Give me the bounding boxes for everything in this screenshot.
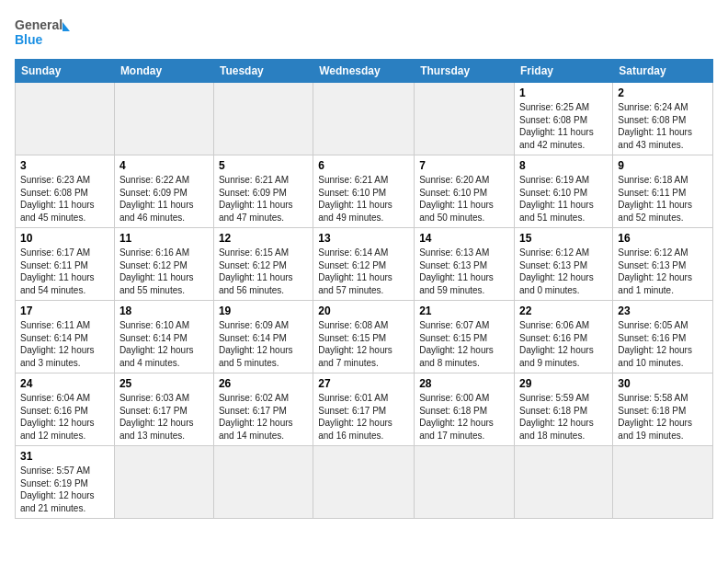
calendar-cell: 9Sunrise: 6:18 AM Sunset: 6:11 PM Daylig… bbox=[613, 155, 713, 228]
calendar-cell bbox=[213, 83, 313, 155]
calendar-cell: 31Sunrise: 5:57 AM Sunset: 6:19 PM Dayli… bbox=[16, 446, 115, 519]
calendar-cell: 27Sunrise: 6:01 AM Sunset: 6:17 PM Dayli… bbox=[313, 373, 415, 446]
calendar-cell: 24Sunrise: 6:04 AM Sunset: 6:16 PM Dayli… bbox=[16, 373, 115, 446]
weekday-header: Monday bbox=[114, 60, 213, 83]
calendar-cell: 25Sunrise: 6:03 AM Sunset: 6:17 PM Dayli… bbox=[114, 373, 213, 446]
calendar-cell: 26Sunrise: 6:02 AM Sunset: 6:17 PM Dayli… bbox=[213, 373, 313, 446]
svg-text:General: General bbox=[15, 17, 63, 32]
calendar-cell: 12Sunrise: 6:15 AM Sunset: 6:12 PM Dayli… bbox=[213, 228, 313, 301]
calendar-cell: 20Sunrise: 6:08 AM Sunset: 6:15 PM Dayli… bbox=[313, 301, 415, 373]
day-info: Sunrise: 6:06 AM Sunset: 6:16 PM Dayligh… bbox=[519, 319, 608, 369]
calendar-cell bbox=[16, 83, 115, 155]
calendar-cell: 5Sunrise: 6:21 AM Sunset: 6:09 PM Daylig… bbox=[213, 155, 313, 228]
calendar-week-row: 1Sunrise: 6:25 AM Sunset: 6:08 PM Daylig… bbox=[16, 83, 713, 155]
calendar-cell bbox=[114, 446, 213, 519]
day-info: Sunrise: 6:22 AM Sunset: 6:09 PM Dayligh… bbox=[119, 174, 209, 224]
calendar-cell: 6Sunrise: 6:21 AM Sunset: 6:10 PM Daylig… bbox=[313, 155, 415, 228]
calendar-cell: 13Sunrise: 6:14 AM Sunset: 6:12 PM Dayli… bbox=[313, 228, 415, 301]
calendar-cell bbox=[114, 83, 213, 155]
day-info: Sunrise: 6:25 AM Sunset: 6:08 PM Dayligh… bbox=[519, 101, 608, 151]
calendar-table: SundayMondayTuesdayWednesdayThursdayFrid… bbox=[15, 59, 713, 519]
day-number: 27 bbox=[318, 377, 409, 390]
calendar-cell bbox=[613, 446, 713, 519]
day-info: Sunrise: 5:59 AM Sunset: 6:18 PM Dayligh… bbox=[519, 392, 608, 442]
weekday-header: Thursday bbox=[415, 60, 515, 83]
calendar-cell: 28Sunrise: 6:00 AM Sunset: 6:18 PM Dayli… bbox=[415, 373, 515, 446]
weekday-header: Wednesday bbox=[313, 60, 415, 83]
day-info: Sunrise: 6:05 AM Sunset: 6:16 PM Dayligh… bbox=[618, 319, 708, 369]
day-info: Sunrise: 6:23 AM Sunset: 6:08 PM Dayligh… bbox=[20, 174, 109, 224]
calendar-cell: 11Sunrise: 6:16 AM Sunset: 6:12 PM Dayli… bbox=[114, 228, 213, 301]
calendar-cell: 18Sunrise: 6:10 AM Sunset: 6:14 PM Dayli… bbox=[114, 301, 213, 373]
weekday-header: Saturday bbox=[613, 60, 713, 83]
calendar-cell bbox=[313, 83, 415, 155]
calendar-cell: 17Sunrise: 6:11 AM Sunset: 6:14 PM Dayli… bbox=[16, 301, 115, 373]
svg-text:Blue: Blue bbox=[15, 32, 43, 47]
calendar-week-row: 31Sunrise: 5:57 AM Sunset: 6:19 PM Dayli… bbox=[16, 446, 713, 519]
day-number: 20 bbox=[318, 304, 409, 317]
day-info: Sunrise: 6:24 AM Sunset: 6:08 PM Dayligh… bbox=[618, 101, 708, 151]
day-info: Sunrise: 6:20 AM Sunset: 6:10 PM Dayligh… bbox=[419, 174, 509, 224]
calendar-cell: 3Sunrise: 6:23 AM Sunset: 6:08 PM Daylig… bbox=[16, 155, 115, 228]
calendar-cell: 19Sunrise: 6:09 AM Sunset: 6:14 PM Dayli… bbox=[213, 301, 313, 373]
day-info: Sunrise: 6:12 AM Sunset: 6:13 PM Dayligh… bbox=[618, 247, 708, 296]
day-info: Sunrise: 6:08 AM Sunset: 6:15 PM Dayligh… bbox=[318, 319, 409, 369]
day-info: Sunrise: 6:03 AM Sunset: 6:17 PM Dayligh… bbox=[119, 392, 209, 442]
day-info: Sunrise: 6:16 AM Sunset: 6:12 PM Dayligh… bbox=[119, 247, 209, 296]
day-number: 8 bbox=[519, 159, 608, 172]
day-number: 30 bbox=[618, 377, 708, 390]
day-info: Sunrise: 6:12 AM Sunset: 6:13 PM Dayligh… bbox=[519, 247, 608, 296]
day-number: 9 bbox=[618, 159, 708, 172]
calendar-cell: 22Sunrise: 6:06 AM Sunset: 6:16 PM Dayli… bbox=[515, 301, 613, 373]
day-info: Sunrise: 6:10 AM Sunset: 6:14 PM Dayligh… bbox=[119, 319, 209, 369]
weekday-header-row: SundayMondayTuesdayWednesdayThursdayFrid… bbox=[16, 60, 713, 83]
day-number: 26 bbox=[219, 377, 308, 390]
day-number: 13 bbox=[318, 232, 409, 245]
calendar-cell: 7Sunrise: 6:20 AM Sunset: 6:10 PM Daylig… bbox=[415, 155, 515, 228]
day-info: Sunrise: 6:11 AM Sunset: 6:14 PM Dayligh… bbox=[20, 319, 109, 369]
day-info: Sunrise: 6:00 AM Sunset: 6:18 PM Dayligh… bbox=[419, 392, 509, 442]
calendar-cell bbox=[415, 446, 515, 519]
calendar-week-row: 24Sunrise: 6:04 AM Sunset: 6:16 PM Dayli… bbox=[16, 373, 713, 446]
day-info: Sunrise: 6:09 AM Sunset: 6:14 PM Dayligh… bbox=[219, 319, 308, 369]
day-info: Sunrise: 6:18 AM Sunset: 6:11 PM Dayligh… bbox=[618, 174, 708, 224]
day-number: 19 bbox=[219, 304, 308, 317]
calendar-cell: 29Sunrise: 5:59 AM Sunset: 6:18 PM Dayli… bbox=[515, 373, 613, 446]
calendar-cell: 2Sunrise: 6:24 AM Sunset: 6:08 PM Daylig… bbox=[613, 83, 713, 155]
calendar-cell: 23Sunrise: 6:05 AM Sunset: 6:16 PM Dayli… bbox=[613, 301, 713, 373]
day-number: 1 bbox=[519, 86, 608, 99]
calendar-cell bbox=[515, 446, 613, 519]
day-info: Sunrise: 6:21 AM Sunset: 6:10 PM Dayligh… bbox=[318, 174, 409, 224]
day-number: 25 bbox=[119, 377, 209, 390]
day-info: Sunrise: 6:13 AM Sunset: 6:13 PM Dayligh… bbox=[419, 247, 509, 296]
day-number: 2 bbox=[618, 86, 708, 99]
logo: General Blue bbox=[15, 15, 70, 48]
calendar-cell: 1Sunrise: 6:25 AM Sunset: 6:08 PM Daylig… bbox=[515, 83, 613, 155]
day-number: 7 bbox=[419, 159, 509, 172]
day-number: 3 bbox=[20, 159, 109, 172]
day-number: 14 bbox=[419, 232, 509, 245]
calendar-cell: 15Sunrise: 6:12 AM Sunset: 6:13 PM Dayli… bbox=[515, 228, 613, 301]
calendar-cell: 8Sunrise: 6:19 AM Sunset: 6:10 PM Daylig… bbox=[515, 155, 613, 228]
calendar-cell: 21Sunrise: 6:07 AM Sunset: 6:15 PM Dayli… bbox=[415, 301, 515, 373]
day-number: 15 bbox=[519, 232, 608, 245]
day-info: Sunrise: 6:17 AM Sunset: 6:11 PM Dayligh… bbox=[20, 247, 109, 296]
logo-svg: General Blue bbox=[15, 15, 70, 48]
day-number: 6 bbox=[318, 159, 409, 172]
day-number: 22 bbox=[519, 304, 608, 317]
day-number: 10 bbox=[20, 232, 109, 245]
day-info: Sunrise: 6:01 AM Sunset: 6:17 PM Dayligh… bbox=[318, 392, 409, 442]
calendar-week-row: 3Sunrise: 6:23 AM Sunset: 6:08 PM Daylig… bbox=[16, 155, 713, 228]
calendar-cell bbox=[415, 83, 515, 155]
day-info: Sunrise: 5:57 AM Sunset: 6:19 PM Dayligh… bbox=[20, 465, 109, 514]
calendar-week-row: 17Sunrise: 6:11 AM Sunset: 6:14 PM Dayli… bbox=[16, 301, 713, 373]
svg-marker-2 bbox=[63, 22, 70, 31]
day-number: 18 bbox=[119, 304, 209, 317]
day-number: 11 bbox=[119, 232, 209, 245]
day-number: 31 bbox=[20, 450, 109, 463]
day-number: 17 bbox=[20, 304, 109, 317]
calendar-week-row: 10Sunrise: 6:17 AM Sunset: 6:11 PM Dayli… bbox=[16, 228, 713, 301]
day-number: 29 bbox=[519, 377, 608, 390]
day-info: Sunrise: 6:21 AM Sunset: 6:09 PM Dayligh… bbox=[219, 174, 308, 224]
day-number: 16 bbox=[618, 232, 708, 245]
